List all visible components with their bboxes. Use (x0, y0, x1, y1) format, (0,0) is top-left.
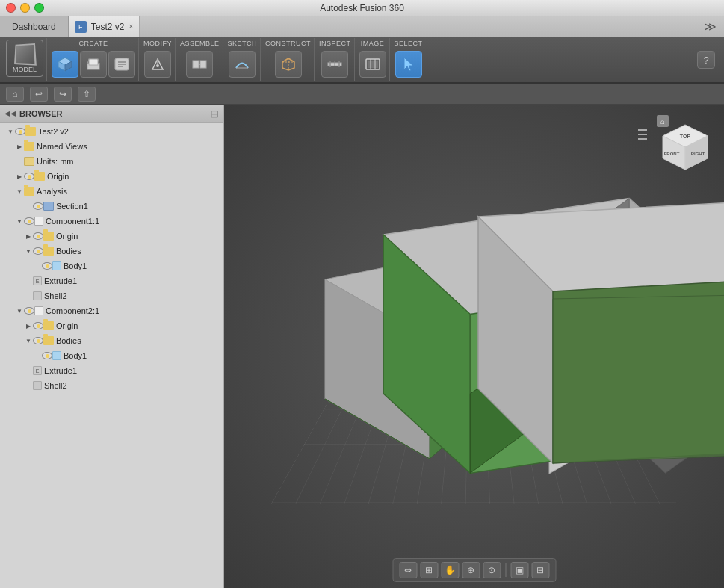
tree-label-root: Test2 v2 (38, 127, 69, 136)
main-content: ◀◀ BROWSER ⊟ ▼ Test2 v2 ▶ Named Views (0, 105, 724, 588)
sketch-label: SKETCH (228, 40, 258, 47)
tree-eye-body1a[interactable] (42, 262, 52, 270)
browser-tree: ▼ Test2 v2 ▶ Named Views Units: mm ▶ (0, 123, 223, 588)
tree-folder-bodies2 (43, 336, 54, 345)
close-window-button[interactable] (6, 3, 16, 13)
help-button[interactable]: ? (697, 51, 715, 69)
tree-item-extrude1a[interactable]: E Extrude1 (0, 273, 223, 288)
window-controls (6, 3, 44, 13)
tree-eye-bodies1[interactable] (33, 247, 43, 255)
tree-item-named-views[interactable]: ▶ Named Views (0, 139, 223, 154)
tree-folder-named-views (24, 142, 34, 151)
modify-label: MODIFY (143, 40, 172, 47)
assemble-button[interactable] (186, 51, 213, 78)
tree-eye-comp1[interactable] (24, 217, 34, 225)
svg-rect-25 (368, 61, 378, 68)
redo-button[interactable]: ↪ (54, 87, 72, 102)
modify-press-button[interactable] (144, 51, 171, 78)
orbit-button[interactable]: ⇔ (399, 562, 417, 578)
browser-pin-button[interactable]: ⊟ (210, 108, 219, 120)
tree-icon-extrude2a: E (33, 366, 42, 375)
tree-eye-comp2[interactable] (24, 307, 34, 315)
toolbar-section-sketch: SKETCH (225, 38, 262, 81)
browser-collapse-button[interactable]: ◀◀ (4, 109, 16, 117)
tab-dashboard[interactable]: Dashboard (0, 16, 69, 37)
browser-title: BROWSER (19, 109, 207, 118)
viewport-controls (637, 112, 649, 157)
tree-arrow-bodies2: ▼ (24, 336, 33, 345)
navigation-cube[interactable]: ⌂ TOP FRONT RIGHT (655, 114, 715, 173)
tree-item-analysis[interactable]: ▼ Analysis (0, 184, 223, 199)
tree-icon-body1a (52, 261, 61, 270)
tree-arrow-named-views: ▶ (15, 142, 24, 151)
sketch-button[interactable] (229, 51, 256, 78)
svg-point-12 (156, 64, 159, 67)
tree-eye-root[interactable] (15, 128, 25, 135)
hand-button[interactable]: ✋ (441, 562, 459, 578)
inspect-icons (321, 49, 348, 80)
construct-icons (275, 49, 302, 80)
tree-item-bodies1[interactable]: ▼ Bodies (0, 244, 223, 259)
zoom-in-button[interactable]: ⊕ (462, 562, 480, 578)
create-icons (52, 49, 135, 80)
tree-eye-body2a[interactable] (42, 352, 52, 359)
toolbar-section-select: SELECT (392, 38, 426, 81)
create-box-button[interactable] (52, 51, 78, 78)
tree-item-comp1[interactable]: ▼ Component1:1 (0, 214, 223, 229)
zoom-fit-button[interactable]: ⊙ (483, 562, 501, 578)
tree-item-body2a[interactable]: Body1 (0, 348, 223, 363)
tree-eye-origin3[interactable] (33, 322, 43, 329)
tree-item-comp2[interactable]: ▼ Component2:1 (0, 303, 223, 318)
tree-eye-origin2[interactable] (33, 232, 43, 240)
svg-text:FRONT: FRONT (664, 152, 680, 156)
tree-item-origin1[interactable]: ▶ Origin (0, 169, 223, 184)
tree-eye-origin1[interactable] (24, 173, 34, 180)
tree-item-shell2a[interactable]: Shell2 (0, 378, 223, 393)
create-menu-button[interactable] (108, 51, 135, 78)
tree-item-shell1a[interactable]: Shell2 (0, 288, 223, 303)
tree-label-comp2: Component2:1 (46, 306, 99, 315)
tree-item-body1a[interactable]: Body1 (0, 259, 223, 273)
tree-icon-section1 (43, 202, 54, 211)
pan-button[interactable]: ⊞ (420, 562, 438, 578)
home-sub-button[interactable]: ⌂ (6, 87, 24, 102)
tree-label-origin2: Origin (56, 232, 78, 241)
nav-cube-svg[interactable]: TOP FRONT RIGHT (655, 121, 715, 181)
grid-button[interactable]: ⊟ (531, 562, 549, 578)
tree-item-origin2[interactable]: ▶ Origin (0, 229, 223, 244)
tree-item-section1[interactable]: Section1 (0, 199, 223, 214)
tree-item-root[interactable]: ▼ Test2 v2 (0, 124, 223, 139)
undo-button[interactable]: ↩ (30, 87, 48, 102)
inspect-measure-button[interactable] (321, 51, 348, 78)
viewport[interactable]: ⌂ TOP FRONT RIGHT (224, 105, 724, 588)
tree-item-units[interactable]: Units: mm (0, 154, 223, 169)
image-button[interactable] (359, 51, 386, 78)
maximize-window-button[interactable] (34, 3, 44, 13)
tab-file[interactable]: F Test2 v2 × (69, 16, 140, 37)
toolbar-section-model: MODEL (3, 38, 47, 81)
share-button[interactable]: ⇧ (78, 87, 96, 102)
tree-label-origin1: Origin (47, 172, 69, 181)
construct-button[interactable] (275, 51, 302, 78)
minimize-window-button[interactable] (20, 3, 30, 13)
tree-label-analysis: Analysis (37, 187, 67, 196)
tree-eye-bodies2[interactable] (33, 337, 43, 344)
tree-item-origin3[interactable]: ▶ Origin (0, 318, 223, 333)
model-label: MODEL (13, 66, 37, 73)
tab-spacer (140, 16, 696, 37)
tree-item-bodies2[interactable]: ▼ Bodies (0, 333, 223, 348)
tree-eye-section1[interactable] (33, 202, 43, 210)
create-extrude-button[interactable] (80, 51, 107, 78)
tab-close-button[interactable]: × (129, 22, 133, 31)
tree-arrow-origin1: ▶ (15, 172, 24, 181)
select-button[interactable] (395, 51, 422, 78)
tree-item-extrude2a[interactable]: E Extrude1 (0, 363, 223, 378)
tree-arrow-body1a (33, 261, 42, 270)
tab-expand-button[interactable]: ≫ (696, 16, 724, 37)
model-button[interactable]: MODEL (6, 40, 43, 77)
tree-folder-analysis (24, 187, 34, 196)
display-mode-button[interactable]: ▣ (510, 562, 528, 578)
toolbar-section-assemble: ASSEMBLE (177, 38, 223, 81)
modify-icons (144, 49, 171, 80)
tree-label-shell1a: Shell2 (44, 291, 67, 300)
